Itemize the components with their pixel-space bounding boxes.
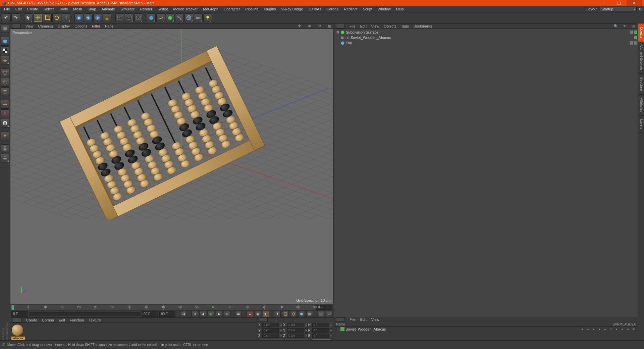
soft-select[interactable] [1, 132, 9, 140]
select-tool[interactable] [24, 13, 33, 22]
menu-redshift[interactable]: Redshift [341, 6, 360, 12]
layout-dropdown[interactable]: Startup ▾ [600, 7, 637, 11]
matmenu-texture[interactable]: Texture [89, 318, 101, 322]
add-cube[interactable] [147, 13, 156, 22]
keyframe-sel-button[interactable]: ◐ [263, 311, 269, 317]
menu-snap[interactable]: Snap [85, 6, 99, 12]
range-slider[interactable] [29, 312, 141, 316]
layer-toggle[interactable]: ● [580, 327, 585, 331]
timeline-ruler[interactable]: 051015202530354045505560657075808590 0 F [10, 304, 334, 310]
vpmenu-cameras[interactable]: Cameras [38, 24, 53, 28]
add-camera[interactable] [194, 13, 203, 22]
vp-zoom-icon[interactable]: ⊕ [307, 24, 312, 29]
next-key-button[interactable]: ↻ [224, 311, 230, 317]
obj-search-icon[interactable]: 🔍 [613, 24, 618, 28]
menu-tools[interactable]: Tools [56, 6, 70, 12]
scale-tool[interactable] [43, 13, 52, 22]
menu-window[interactable]: Window [375, 6, 393, 12]
obj-filter-icon[interactable]: ▤ [632, 24, 636, 28]
vp-rotate-icon[interactable]: ↻ [317, 24, 322, 29]
viewport-solo[interactable] [1, 154, 9, 162]
coord-field[interactable]: 0 cm [287, 334, 304, 338]
model-mode[interactable] [1, 37, 9, 46]
coord-field[interactable]: 0 ° [312, 328, 329, 333]
lock-mode[interactable] [1, 144, 9, 153]
range-end2-field[interactable]: 90 F [159, 311, 175, 317]
objmenu-edit[interactable]: Edit [360, 24, 367, 28]
layersmenu-view[interactable]: View [371, 317, 379, 321]
texture-mode[interactable] [1, 46, 9, 55]
object-row[interactable]: ⊞L0Soviet_Wooden_Abacus [335, 35, 637, 40]
expand-icon[interactable]: ⊞ [341, 36, 344, 39]
material-list[interactable]: Abacus [10, 323, 257, 341]
menu-motion-tracker[interactable]: Motion Tracker [170, 6, 200, 12]
objmenu-view[interactable]: View [371, 24, 379, 28]
layer-toggle[interactable]: ● [614, 327, 619, 331]
material-item[interactable]: Abacus [11, 324, 25, 340]
key-pos-button[interactable] [274, 311, 281, 317]
layer-toggle[interactable]: ● [591, 327, 596, 331]
object-toggle[interactable] [634, 36, 637, 39]
object-row[interactable]: Sky [335, 40, 637, 46]
add-deformer[interactable] [175, 13, 184, 22]
undo-button[interactable]: ↶ [2, 13, 11, 22]
render-view[interactable] [115, 13, 124, 22]
layer-color[interactable] [340, 327, 344, 331]
key-scale-button[interactable] [282, 311, 289, 317]
vpmenu-panel[interactable]: Panel [105, 24, 114, 28]
snap-toggle[interactable]: S [1, 119, 9, 128]
right-tab-attributes[interactable]: Attributes [638, 95, 644, 116]
fcurve-button[interactable] [326, 311, 332, 317]
menu-help[interactable]: Help [393, 6, 407, 12]
workplane-mode[interactable] [1, 56, 9, 64]
go-start-button[interactable]: ⏮ [180, 311, 187, 317]
prev-frame-button[interactable]: ◀ [200, 311, 206, 317]
dopesheet-button[interactable] [318, 311, 324, 317]
edge-mode[interactable] [1, 78, 9, 87]
autokey-button[interactable]: ◉ [255, 311, 261, 317]
layer-toggle[interactable]: ● [603, 327, 607, 331]
coord-field[interactable]: 0 cm [287, 328, 304, 333]
material-nav[interactable] [13, 318, 21, 322]
make-editable[interactable] [1, 24, 9, 33]
menu-3dtoall[interactable]: 3DToAll [306, 6, 324, 12]
layersmenu-file[interactable]: File [350, 317, 356, 321]
object-toggle[interactable] [630, 31, 633, 34]
vp-move-icon[interactable]: ✥ [297, 24, 302, 29]
layer-toggle[interactable]: ↗ [608, 327, 613, 331]
axis-tool[interactable] [1, 100, 9, 109]
objmenu-file[interactable]: File [350, 24, 356, 28]
matmenu-create[interactable]: Create [26, 318, 37, 322]
z-axis-lock[interactable]: Z [93, 13, 102, 22]
point-mode[interactable] [1, 68, 9, 77]
coord-field[interactable]: 0 ° [312, 334, 329, 338]
last-tool[interactable] [62, 13, 70, 22]
range-end-field[interactable]: 90 F [142, 311, 158, 317]
prev-key-button[interactable]: ↺ [192, 311, 198, 317]
menu-animate[interactable]: Animate [99, 6, 118, 12]
object-toggle[interactable] [634, 41, 637, 45]
vpmenu-display[interactable]: Display [58, 24, 70, 28]
right-tab-content-browser[interactable]: Content Browser [638, 42, 644, 74]
menu-mograph[interactable]: MoGraph [200, 6, 221, 12]
key-rot-button[interactable] [290, 311, 297, 317]
object-row[interactable]: ⊟Subdivision Surface [335, 30, 637, 35]
vpmenu-options[interactable]: Options [74, 24, 87, 28]
menu-edit[interactable]: Edit [13, 6, 24, 12]
move-tool[interactable] [34, 13, 42, 22]
coord-field[interactable]: 0 cm [262, 323, 279, 327]
gear-icon[interactable]: ⚙ [638, 7, 643, 11]
key-pla-button[interactable] [306, 311, 313, 317]
y-axis-lock[interactable]: Y [84, 13, 93, 22]
vpmenu-view[interactable]: View [25, 24, 34, 28]
vpmenu-filter[interactable]: Filter [92, 24, 100, 28]
menu-corona[interactable]: Corona [324, 6, 341, 12]
range-start-field[interactable]: 0 F [11, 311, 28, 317]
layer-row[interactable]: Soviet_Wooden_Abacus●●●●●↗●●●✖ [334, 327, 638, 332]
go-end-button[interactable]: ⏭ [235, 311, 242, 317]
object-tree[interactable]: ⊟Subdivision Surface⊞L0Soviet_Wooden_Aba… [334, 29, 638, 317]
minimize-button[interactable]: — [596, 0, 611, 6]
maximize-button[interactable]: ▢ [611, 0, 627, 6]
polygon-mode[interactable] [1, 87, 9, 96]
layer-toggle[interactable]: ● [597, 327, 602, 331]
